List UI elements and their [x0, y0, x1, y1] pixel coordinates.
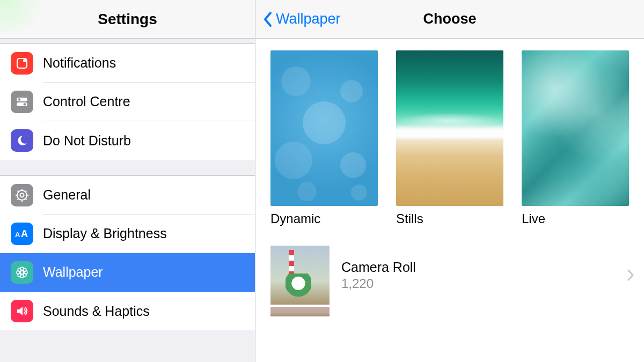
speaker-icon — [11, 300, 33, 322]
gear-icon — [11, 184, 33, 206]
back-label: Wallpaper — [276, 11, 341, 27]
sidebar-item-display-brightness[interactable]: AA Display & Brightness — [0, 215, 255, 253]
wallpaper-category-stills[interactable]: Stills — [396, 50, 503, 243]
chevron-left-icon — [263, 11, 273, 27]
sidebar-item-label: Display & Brightness — [43, 226, 167, 241]
decorative-glow — [0, 0, 54, 32]
album-thumb-partial — [270, 307, 330, 316]
sidebar-item-wallpaper[interactable]: Wallpaper — [0, 253, 255, 292]
switches-icon — [11, 91, 33, 113]
album-camera-roll[interactable]: Camera Roll 1,220 — [255, 243, 644, 307]
album-count: 1,220 — [341, 276, 416, 291]
back-button[interactable]: Wallpaper — [255, 11, 341, 27]
wallpaper-category-dynamic[interactable]: Dynamic — [270, 50, 378, 243]
svg-text:A: A — [15, 231, 20, 239]
live-thumb — [522, 50, 629, 206]
album-name: Camera Roll — [341, 260, 416, 275]
notifications-icon — [11, 52, 33, 75]
section-gap — [0, 160, 255, 176]
dynamic-thumb — [270, 50, 378, 206]
sidebar-item-label: Wallpaper — [43, 264, 103, 280]
sidebar-item-notifications[interactable]: Notifications — [0, 44, 255, 83]
svg-line-14 — [18, 198, 19, 200]
chevron-right-icon — [627, 269, 634, 282]
sidebar-item-sounds-haptics[interactable]: Sounds & Haptics — [0, 292, 255, 330]
svg-point-1 — [23, 59, 26, 62]
sidebar-title: Settings — [98, 11, 157, 28]
album-thumb — [270, 246, 330, 305]
svg-line-12 — [18, 191, 19, 193]
svg-point-3 — [18, 98, 21, 101]
sidebar-item-general[interactable]: General — [0, 176, 255, 215]
svg-point-5 — [24, 103, 26, 106]
settings-sidebar: Settings Notifications Control Centre Do… — [0, 0, 255, 362]
svg-line-13 — [25, 198, 27, 200]
sidebar-item-label: Notifications — [43, 55, 116, 71]
sidebar-header: Settings — [0, 0, 255, 39]
svg-line-15 — [25, 191, 27, 193]
sidebar-item-control-centre[interactable]: Control Centre — [0, 83, 255, 121]
svg-point-18 — [20, 271, 24, 274]
flower-icon — [11, 261, 33, 284]
sidebar-item-label: Sounds & Haptics — [43, 304, 150, 319]
category-label: Stills — [396, 211, 503, 226]
moon-icon — [11, 129, 33, 152]
sidebar-item-label: General — [43, 187, 91, 203]
category-label: Live — [522, 211, 629, 226]
section-gap — [0, 39, 255, 44]
album-text: Camera Roll 1,220 — [341, 260, 416, 291]
text-size-icon: AA — [11, 223, 33, 245]
category-label: Dynamic — [270, 211, 378, 226]
detail-header: Wallpaper Choose — [255, 0, 644, 39]
wallpaper-category-row: Dynamic Stills Live — [270, 50, 629, 243]
svg-text:A: A — [21, 228, 28, 239]
sidebar-item-do-not-disturb[interactable]: Do Not Disturb — [0, 121, 255, 160]
wallpaper-category-live[interactable]: Live — [522, 50, 629, 243]
svg-point-7 — [20, 194, 24, 197]
detail-body: Dynamic Stills Live Camera Roll — [255, 39, 644, 316]
sidebar-item-label: Do Not Disturb — [43, 133, 131, 149]
sidebar-item-label: Control Centre — [43, 94, 130, 109]
wallpaper-choose-pane: Wallpaper Choose Dynamic — [255, 0, 644, 362]
stills-thumb — [396, 50, 503, 206]
